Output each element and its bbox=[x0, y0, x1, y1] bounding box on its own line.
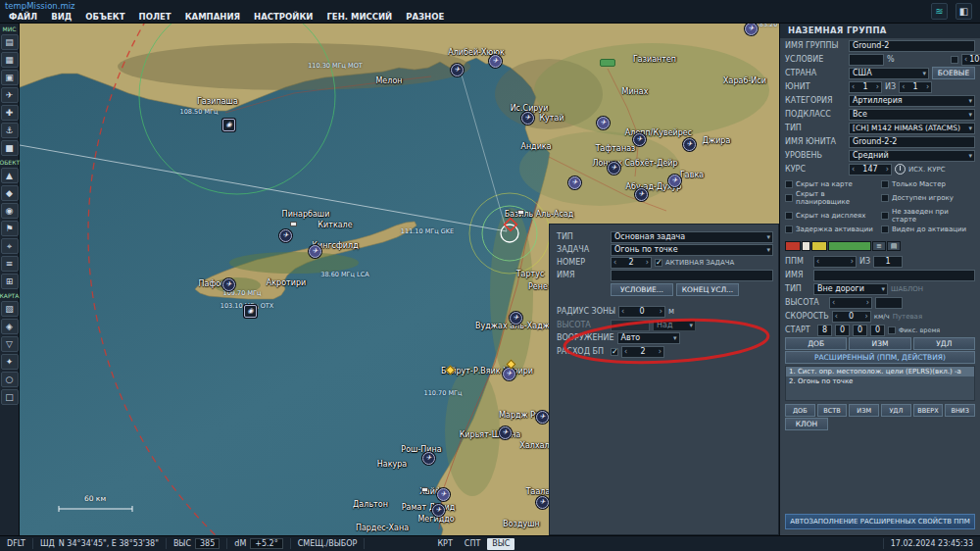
unit-icon[interactable] bbox=[499, 426, 512, 439]
unit-name-input[interactable] bbox=[849, 136, 975, 148]
display-theme-icon[interactable]: ◧ bbox=[956, 3, 972, 20]
uncontrolled-checkbox[interactable] bbox=[881, 212, 889, 220]
task-name-input[interactable] bbox=[611, 270, 773, 281]
action-item[interactable]: 2. Огонь по точке bbox=[786, 376, 974, 386]
late-activation-checkbox[interactable] bbox=[785, 225, 793, 233]
combat-button[interactable]: БОЕВЫЕ bbox=[932, 67, 975, 79]
star-icon[interactable]: ✦ bbox=[1, 354, 19, 370]
beacon-icon[interactable] bbox=[244, 305, 257, 318]
save-icon[interactable]: ▣ bbox=[1, 70, 19, 85]
condition-button[interactable]: УСЛОВИЕ... bbox=[611, 283, 673, 296]
action-edit-button[interactable]: ИЗМ bbox=[849, 404, 879, 417]
action-down-button[interactable]: ВНИЗ bbox=[945, 404, 975, 417]
unit-icon[interactable] bbox=[568, 176, 581, 189]
unit-icon[interactable] bbox=[510, 312, 522, 325]
offset-select-mode[interactable]: СМЕЩ./ВЫБОР bbox=[291, 538, 366, 549]
country-dropdown[interactable]: США▾ bbox=[849, 68, 929, 79]
waypoint-type-dropdown[interactable]: Вне дороги▾ bbox=[813, 283, 888, 295]
action-delete-button[interactable]: УДЛ bbox=[881, 404, 911, 417]
unit-icon[interactable] bbox=[745, 23, 758, 35]
waypoint-stepper[interactable]: ‹› bbox=[813, 256, 857, 268]
airbase-marker-icon[interactable] bbox=[600, 59, 615, 67]
unit-icon[interactable] bbox=[521, 112, 534, 125]
hidden-on-mfd-checkbox[interactable] bbox=[785, 212, 793, 220]
list-icon[interactable]: ≡ bbox=[1, 256, 19, 272]
action-add-button[interactable]: ДОБ bbox=[785, 404, 815, 417]
unit-icon[interactable] bbox=[633, 133, 646, 146]
action-up-button[interactable]: ВВЕРХ bbox=[913, 404, 944, 417]
layers-icon[interactable]: ▧ bbox=[1, 301, 19, 317]
waypoint-add-button[interactable]: ДОБ bbox=[785, 337, 847, 350]
circle-icon[interactable]: ○ bbox=[1, 372, 19, 387]
aircraft-icon[interactable]: ✈ bbox=[1, 87, 19, 103]
flag-icon[interactable]: ▽ bbox=[1, 336, 19, 352]
weapon-dropdown[interactable]: Авто▾ bbox=[617, 332, 680, 344]
visible-before-start-checkbox[interactable] bbox=[881, 225, 889, 233]
advanced-actions-button[interactable]: РАСШИРЕННЫЙ (ППМ, ДЕЙСТВИЯ) bbox=[785, 351, 975, 364]
helicopter-icon[interactable]: ✚ bbox=[1, 105, 19, 121]
unit-icon[interactable] bbox=[222, 278, 235, 291]
heading-dial-icon[interactable] bbox=[895, 164, 906, 175]
strip-white[interactable] bbox=[802, 241, 810, 251]
marker-icon[interactable]: ⚑ bbox=[1, 221, 19, 236]
template-icon[interactable]: ◆ bbox=[1, 185, 19, 201]
strip-yellow[interactable] bbox=[811, 241, 827, 251]
static-object-icon[interactable]: ▲ bbox=[1, 168, 19, 183]
unit-icon[interactable] bbox=[668, 175, 681, 187]
speed-stepper[interactable]: ‹0› bbox=[832, 311, 871, 323]
open-icon[interactable]: ▦ bbox=[1, 52, 19, 68]
actions-list[interactable]: 1. Сист. опр. местополож. цели (EPLRS)(в… bbox=[785, 366, 975, 401]
menu-mission-generator[interactable]: ГЕН. МИССИЙ bbox=[320, 11, 398, 23]
unit-icon[interactable] bbox=[683, 138, 696, 151]
unit-icon[interactable] bbox=[503, 368, 515, 380]
unit-index-stepper[interactable]: ‹1› bbox=[849, 81, 882, 93]
unit-icon[interactable] bbox=[309, 245, 321, 258]
start-hours[interactable]: 0 bbox=[835, 325, 850, 336]
waypoint-altitude-input[interactable] bbox=[875, 297, 903, 309]
strip-grid-icon[interactable]: ▤ bbox=[887, 241, 901, 251]
vehicle-icon[interactable]: ■ bbox=[1, 140, 19, 156]
task-type-dropdown[interactable]: Основная задача▾ bbox=[611, 231, 773, 243]
unit-type-dropdown[interactable]: [CH] M142 HIMARS (ATACMS)▾ bbox=[849, 123, 975, 134]
unit-icon[interactable] bbox=[279, 229, 292, 242]
unit-icon[interactable] bbox=[635, 188, 648, 201]
hidden-in-planner-checkbox[interactable] bbox=[785, 194, 793, 202]
active-task-checkbox[interactable] bbox=[655, 259, 662, 267]
unit-icon[interactable] bbox=[451, 64, 464, 76]
hidden-on-map-checkbox[interactable] bbox=[785, 180, 793, 188]
unit-icon[interactable] bbox=[597, 117, 610, 129]
menu-flight[interactable]: ПОЛЕТ bbox=[133, 11, 177, 23]
start-days[interactable]: 8 bbox=[817, 325, 832, 336]
menu-campaign[interactable]: КАМПАНИЯ bbox=[179, 11, 246, 23]
grid-icon[interactable]: ⊞ bbox=[1, 274, 19, 289]
start-seconds[interactable]: 0 bbox=[870, 325, 885, 336]
menu-settings[interactable]: НАСТРОЙКИ bbox=[248, 11, 318, 23]
waypoint-edit-button[interactable]: ИЗМ bbox=[849, 337, 910, 350]
layer-toggle-satellite[interactable]: СПТ bbox=[460, 538, 486, 550]
menu-misc[interactable]: РАЗНОЕ bbox=[400, 11, 450, 23]
unit-icon[interactable] bbox=[422, 452, 435, 465]
condition-stepper[interactable]: ‹100› bbox=[961, 54, 980, 66]
action-item[interactable]: 1. Сист. опр. местополож. цели (EPLRS)(в… bbox=[786, 367, 974, 376]
menu-file[interactable]: ФАЙЛ bbox=[3, 11, 43, 23]
master-only-checkbox[interactable] bbox=[881, 180, 889, 188]
target-icon[interactable]: ◈ bbox=[1, 319, 19, 334]
connectivity-icon[interactable]: ≋ bbox=[931, 3, 948, 20]
layer-toggle-altitude[interactable]: ВЫС bbox=[487, 538, 514, 550]
unit-total-stepper[interactable]: ‹1› bbox=[899, 81, 932, 93]
heading-stepper[interactable]: ‹147› bbox=[849, 164, 892, 175]
strip-red[interactable] bbox=[785, 241, 801, 251]
skill-dropdown[interactable]: Средний▾ bbox=[849, 150, 975, 162]
fixed-time-checkbox[interactable] bbox=[888, 326, 896, 334]
condition-input[interactable] bbox=[849, 54, 884, 66]
task-number-stepper[interactable]: ‹2› bbox=[611, 257, 652, 269]
expend-checkbox[interactable] bbox=[611, 348, 618, 356]
unit-icon[interactable] bbox=[489, 55, 502, 68]
start-minutes[interactable]: 0 bbox=[853, 325, 867, 336]
waypoint-delete-button[interactable]: УДЛ bbox=[913, 337, 975, 350]
unit-icon[interactable] bbox=[536, 496, 549, 509]
waypoint-altitude-stepper[interactable]: ‹› bbox=[829, 297, 872, 309]
stop-condition-button[interactable]: КОНЕЦ УСЛ... bbox=[676, 283, 739, 296]
condition-checkbox[interactable] bbox=[951, 56, 958, 64]
task-dropdown[interactable]: Огонь по точке▾ bbox=[611, 244, 773, 256]
